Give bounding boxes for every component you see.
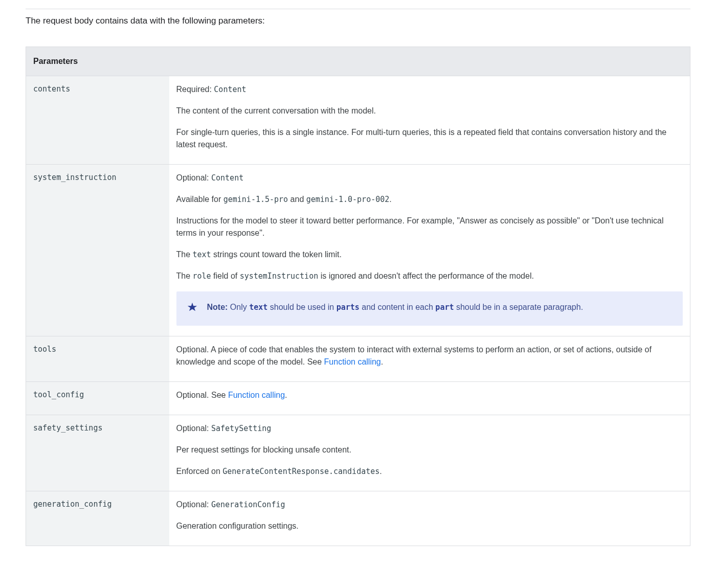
desc-text: Enforced on GenerateContentResponse.cand…: [176, 465, 683, 478]
type-code: Content: [214, 85, 246, 94]
param-name-generation-config: generation_config: [26, 491, 169, 546]
function-calling-link[interactable]: Function calling: [324, 357, 381, 366]
inline-code: systemInstruction: [240, 272, 319, 281]
type-code: SafetySetting: [211, 424, 271, 433]
note-text: Note: Only text should be used in parts …: [207, 301, 584, 314]
desc-text: Generation configuration settings.: [176, 520, 683, 532]
inline-code: GenerateContentResponse.candidates: [222, 467, 379, 476]
param-desc-system-instruction: Optional: Content Available for gemini-1…: [169, 164, 690, 336]
param-name-tool-config: tool_config: [26, 381, 169, 415]
optional-label: Optional:: [176, 424, 209, 433]
optional-label: Optional:: [176, 500, 209, 509]
param-desc-contents: Required: Content The content of the cur…: [169, 76, 690, 164]
param-name-system-instruction: system_instruction: [26, 164, 169, 336]
param-desc-generation-config: Optional: GenerationConfig Generation co…: [169, 491, 690, 546]
inline-code: role: [193, 272, 211, 281]
desc-text: Optional. A piece of code that enables t…: [176, 345, 652, 366]
param-row-tool-config: tool_config Optional. See Function calli…: [26, 381, 690, 415]
param-name-tools: tools: [26, 336, 169, 381]
intro-text: The request body contains data with the …: [26, 9, 690, 38]
param-desc-tool-config: Optional. See Function calling.: [169, 381, 690, 415]
param-row-tools: tools Optional. A piece of code that ena…: [26, 336, 690, 381]
desc-text: Instructions for the model to steer it t…: [176, 215, 683, 239]
parameters-table: Parameters contents Required: Content Th…: [26, 47, 690, 546]
param-row-generation-config: generation_config Optional: GenerationCo…: [26, 491, 690, 546]
function-calling-link[interactable]: Function calling: [228, 391, 285, 399]
desc-text: For single-turn queries, this is a singl…: [176, 126, 683, 151]
param-row-contents: contents Required: Content The content o…: [26, 76, 690, 164]
note-box: Note: Only text should be used in parts …: [176, 291, 683, 326]
optional-label: Optional:: [176, 173, 209, 182]
type-code: Content: [211, 173, 243, 183]
param-name-safety-settings: safety_settings: [26, 415, 169, 491]
desc-text: Per request settings for blocking unsafe…: [176, 444, 683, 456]
inline-code: part: [435, 303, 454, 312]
param-desc-tools: Optional. A piece of code that enables t…: [169, 336, 690, 381]
param-desc-safety-settings: Optional: SafetySetting Per request sett…: [169, 415, 690, 491]
desc-text: Optional. See: [176, 391, 228, 399]
star-icon: [187, 302, 198, 316]
required-label: Required:: [176, 85, 212, 94]
availability-text: Available for gemini-1.5-pro and gemini-…: [176, 193, 683, 206]
desc-text: The content of the current conversation …: [176, 105, 683, 117]
model-code: gemini-1.0-pro-002: [306, 195, 390, 204]
param-row-safety-settings: safety_settings Optional: SafetySetting …: [26, 415, 690, 491]
param-name-contents: contents: [26, 76, 169, 164]
model-code: gemini-1.5-pro: [223, 195, 288, 204]
desc-text: The role field of systemInstruction is i…: [176, 270, 683, 282]
inline-code: text: [249, 303, 267, 312]
type-code: GenerationConfig: [211, 500, 285, 509]
parameters-header: Parameters: [26, 47, 690, 76]
param-row-system-instruction: system_instruction Optional: Content Ava…: [26, 164, 690, 336]
desc-text: The text strings count toward the token …: [176, 248, 683, 261]
inline-code: parts: [337, 303, 360, 312]
inline-code: text: [193, 250, 211, 259]
